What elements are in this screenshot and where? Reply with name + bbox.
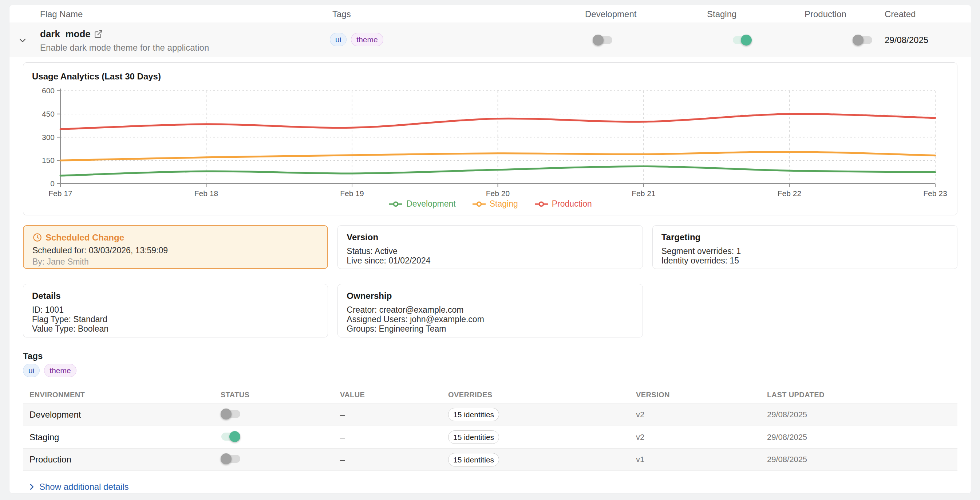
targeting-card: Targeting Segment overrides: 1 Identity …	[652, 225, 958, 269]
line-series-icon	[472, 201, 486, 207]
svg-text:Feb 19: Feb 19	[340, 189, 364, 198]
env-version: v2	[629, 433, 760, 442]
empty-cell	[652, 284, 958, 337]
svg-text:Feb 22: Feb 22	[778, 189, 801, 198]
identities-badge[interactable]: 15 identities	[448, 408, 499, 421]
legend-label: Production	[552, 199, 592, 209]
tag-ui: ui	[330, 33, 347, 46]
scheduled-for: Scheduled for: 03/03/2026, 13:59:09	[32, 246, 318, 255]
identity-overrides: Identity overrides: 15	[662, 256, 948, 265]
scheduled-change-title: Scheduled Change	[32, 233, 318, 242]
svg-text:0: 0	[50, 179, 55, 188]
feature-flag-panel: Flag Name Tags Development Staging Produ…	[9, 5, 971, 494]
env-name: Production	[23, 454, 214, 465]
column-tags: Tags	[332, 5, 351, 23]
staging-toggle[interactable]	[732, 34, 753, 46]
tags-section-pills: ui theme	[23, 364, 958, 377]
scheduled-change-card: Scheduled Change Scheduled for: 03/03/20…	[23, 225, 328, 269]
production-toggle[interactable]	[853, 34, 874, 46]
column-development: Development	[585, 5, 636, 23]
flag-name[interactable]: dark_mode	[40, 29, 209, 40]
env-name: Staging	[23, 432, 214, 442]
svg-text:Feb 20: Feb 20	[486, 189, 510, 198]
ownership-card-title: Ownership	[347, 292, 633, 300]
svg-text:600: 600	[42, 86, 55, 95]
svg-text:Feb 18: Feb 18	[194, 189, 218, 198]
segment-overrides: Segment overrides: 1	[662, 246, 948, 256]
env-last-updated: 29/08/2025	[760, 433, 958, 442]
table-row-staging: Staging – 15 identities v2 29/08/2025	[23, 426, 958, 448]
col-last-updated: Last Updated	[760, 391, 958, 399]
env-last-updated: 29/08/2025	[760, 455, 958, 464]
tag-ui: ui	[23, 364, 40, 377]
detail-flag-type: Flag Type: Standard	[32, 315, 319, 324]
flag-name-block: dark_mode Enable dark mode theme for the…	[40, 29, 209, 53]
chevron-right-icon	[28, 483, 36, 491]
scheduled-change-title-text: Scheduled Change	[46, 233, 124, 242]
column-staging: Staging	[707, 5, 737, 23]
flag-description: Enable dark mode theme for the applicati…	[40, 43, 209, 53]
usage-analytics-chart: 0150300450600Feb 17Feb 18Feb 19Feb 20Feb…	[23, 63, 958, 198]
staging-status-toggle[interactable]	[221, 430, 242, 443]
flag-name-text: dark_mode	[40, 29, 91, 40]
flag-row[interactable]: dark_mode Enable dark mode theme for the…	[10, 23, 971, 57]
env-last-updated: 29/08/2025	[760, 410, 958, 420]
svg-text:300: 300	[42, 133, 55, 141]
col-environment: Environment	[23, 391, 214, 399]
development-toggle[interactable]	[593, 34, 614, 46]
chart-title: Usage Analytics (Last 30 Days)	[32, 72, 161, 81]
env-value: –	[334, 432, 442, 442]
identities-badge[interactable]: 15 identities	[448, 430, 499, 444]
flag-list-header: Flag Name Tags Development Staging Produ…	[10, 5, 971, 23]
legend-item-staging: Staging	[472, 199, 518, 209]
env-version: v2	[629, 410, 760, 420]
tag-theme: theme	[351, 33, 383, 46]
version-live-since: Live since: 01/02/2024	[347, 256, 633, 265]
env-value: –	[334, 410, 442, 420]
details-card: Details ID: 1001 Flag Type: Standard Val…	[23, 284, 328, 337]
table-row-development: Development – 15 identities v2 29/08/202…	[23, 403, 958, 426]
external-link-icon[interactable]	[94, 30, 103, 38]
ownership-creator: Creator: creator@example.com	[347, 305, 633, 315]
chevron-down-icon[interactable]	[18, 35, 28, 47]
col-value: Value	[334, 391, 442, 399]
tag-theme: theme	[44, 364, 76, 377]
detail-value-type: Value Type: Boolean	[32, 324, 319, 334]
identities-badge[interactable]: 15 identities	[448, 453, 499, 466]
targeting-card-title: Targeting	[662, 233, 948, 241]
svg-text:Feb 17: Feb 17	[48, 189, 72, 198]
col-status: Status	[214, 391, 334, 399]
legend-label: Development	[406, 199, 456, 209]
chart-legend: Development Staging Production	[23, 199, 957, 209]
svg-text:Feb 21: Feb 21	[632, 189, 655, 198]
col-overrides: Overrides	[442, 391, 629, 399]
svg-text:450: 450	[42, 110, 55, 118]
line-series-icon	[388, 201, 403, 207]
ownership-assigned: Assigned Users: john@example.com	[347, 315, 633, 324]
flag-row-tags: ui theme	[330, 33, 383, 46]
usage-analytics-card: 0150300450600Feb 17Feb 18Feb 19Feb 20Feb…	[23, 62, 958, 216]
development-status-toggle[interactable]	[221, 408, 242, 420]
created-date: 29/08/2025	[885, 23, 928, 57]
ownership-groups: Groups: Engineering Team	[347, 324, 633, 334]
environment-table-header: Environment Status Value Overrides Versi…	[23, 386, 958, 403]
tags-section: Tags ui theme	[23, 351, 958, 377]
detail-id: ID: 1001	[32, 305, 319, 315]
legend-label: Staging	[490, 199, 518, 209]
env-name: Development	[23, 410, 214, 420]
legend-item-production: Production	[534, 199, 592, 209]
ownership-card: Ownership Creator: creator@example.com A…	[337, 284, 643, 337]
environment-table: Environment Status Value Overrides Versi…	[23, 386, 958, 471]
col-version: Version	[629, 391, 760, 399]
clock-icon	[32, 233, 42, 242]
svg-text:Feb 23: Feb 23	[923, 189, 947, 198]
production-status-toggle[interactable]	[221, 453, 242, 465]
legend-item-development: Development	[388, 199, 456, 209]
show-additional-details-link[interactable]: Show additional details	[23, 482, 129, 492]
version-card-title: Version	[347, 233, 633, 241]
column-flag-name: Flag Name	[40, 5, 83, 23]
show-additional-details-text: Show additional details	[39, 482, 129, 492]
version-status: Status: Active	[347, 246, 633, 256]
env-version: v1	[629, 455, 760, 464]
column-production: Production	[805, 5, 846, 23]
